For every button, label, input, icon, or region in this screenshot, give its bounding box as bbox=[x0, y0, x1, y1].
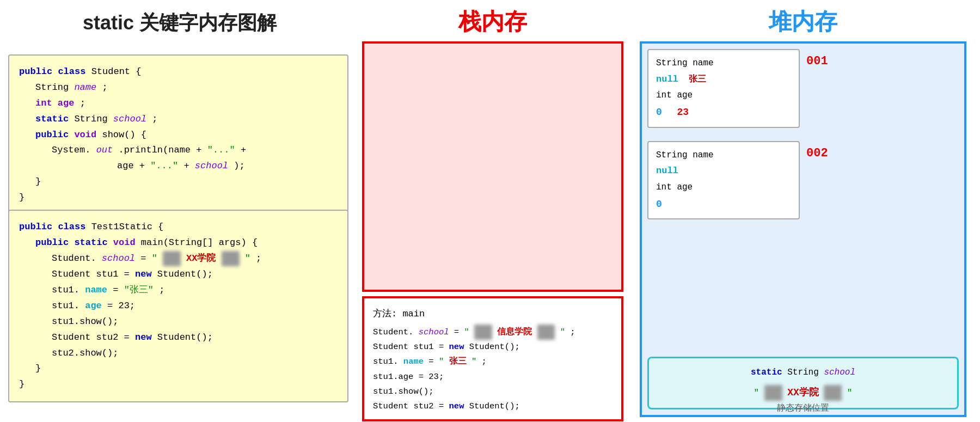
var-school-stack: school bbox=[419, 327, 449, 337]
heap-obj1-row: String name null 张三 int age 0 23 001 bbox=[647, 49, 959, 136]
val-zhangsan: 张三 bbox=[689, 75, 706, 84]
str-quote2: " bbox=[245, 253, 250, 264]
stack-line3: stu1. name = " 张三 " ; bbox=[373, 354, 612, 369]
method-label: 方法: main bbox=[373, 306, 612, 322]
stack-memory-section: 栈内存 方法: main Student. school = " XX 信息学院… bbox=[357, 0, 629, 422]
censored5: XX bbox=[764, 385, 782, 401]
static-storage-box: static String school " XX XX学院 XX " bbox=[647, 357, 959, 409]
static-location-label: 静态存储位置 bbox=[642, 402, 964, 414]
obj2-field2: int age bbox=[656, 180, 791, 195]
str-q3: " bbox=[754, 388, 759, 398]
xx-school1: XX学院 bbox=[186, 253, 216, 264]
page-title: static 关键字内存图解 bbox=[5, 10, 354, 36]
val-23: 23 bbox=[677, 107, 689, 118]
obj1-age-values: 0 23 bbox=[656, 103, 791, 121]
page-title-section: static 关键字内存图解 bbox=[5, 0, 354, 42]
code-line: public class Test1Static { bbox=[19, 219, 338, 235]
student-class-code: public class Student { String name ; int… bbox=[8, 54, 348, 216]
str-quote1: " bbox=[152, 253, 157, 264]
zhangsan-bold: 张三 bbox=[449, 357, 467, 366]
keyword-static3: static bbox=[751, 368, 782, 377]
heap-obj1: String name null 张三 int age 0 23 bbox=[647, 49, 800, 128]
code-line: System. out .println(name + "..." + bbox=[52, 143, 338, 158]
code-line: } bbox=[35, 361, 338, 377]
keyword-new2: new bbox=[135, 332, 152, 343]
xx-school-stack: 信息学院 bbox=[497, 327, 532, 337]
var-name3: name bbox=[403, 357, 424, 366]
var-name2: name bbox=[85, 285, 107, 295]
keyword-public: public class bbox=[19, 66, 85, 77]
code-line: int age ; bbox=[35, 96, 338, 112]
label-002: 002 bbox=[806, 146, 828, 160]
val-zero2: 0 bbox=[656, 199, 662, 210]
censored1: XX bbox=[163, 251, 181, 266]
str-q2: " bbox=[560, 327, 565, 337]
xx-school-heap: XX学院 bbox=[787, 387, 819, 398]
censored3: XX bbox=[474, 325, 492, 340]
var-school2: school bbox=[195, 161, 228, 171]
var-school-heap: school bbox=[824, 368, 855, 377]
static-field-line: static String school bbox=[658, 365, 948, 381]
keyword-int: int bbox=[35, 98, 52, 108]
code-line: } bbox=[19, 377, 338, 393]
stack-line5: stu1.show(); bbox=[373, 384, 612, 399]
obj1-label: 001 bbox=[806, 54, 828, 68]
keyword-new3: new bbox=[449, 342, 464, 352]
keyword-public3: public class bbox=[19, 222, 85, 232]
code-line: public class Student { bbox=[19, 64, 338, 80]
str-dots1: "..." bbox=[207, 145, 235, 155]
keyword-new4: new bbox=[449, 401, 464, 411]
code-line: String name ; bbox=[35, 80, 338, 96]
keyword-void: void bbox=[74, 130, 96, 140]
code-line: } bbox=[35, 174, 338, 190]
val-null1: null bbox=[656, 74, 678, 84]
code-line: public static void main(String[] args) { bbox=[35, 235, 338, 251]
var-name: name bbox=[74, 82, 96, 93]
keyword-public4: public bbox=[35, 237, 69, 248]
heap-obj2: String name null int age 0 bbox=[647, 141, 800, 220]
str-q4: " bbox=[847, 388, 853, 398]
stack-method-frame: 方法: main Student. school = " XX 信息学院 XX … bbox=[362, 296, 623, 421]
stack-line6: Student stu2 = new Student(); bbox=[373, 399, 612, 414]
static-value-line: " XX XX学院 XX " bbox=[658, 384, 948, 401]
code-line: stu2.show(); bbox=[52, 346, 338, 362]
obj2-age-values: 0 bbox=[656, 195, 791, 213]
keyword-new1: new bbox=[135, 269, 152, 279]
keyword-void2: void bbox=[113, 237, 136, 248]
obj2-field1: String name bbox=[656, 148, 791, 163]
str-zhangsan1: "张三" bbox=[124, 285, 154, 295]
obj2-label: 002 bbox=[806, 146, 828, 160]
stack-line4: stu1.age = 23; bbox=[373, 370, 612, 384]
keyword-static: static bbox=[35, 114, 69, 124]
val-zero1: 0 bbox=[656, 107, 662, 118]
var-out: out bbox=[96, 145, 113, 155]
censored2: XX bbox=[222, 251, 240, 266]
var-age-bold: age bbox=[58, 98, 75, 108]
censored4: XX bbox=[537, 325, 555, 340]
keyword-static2: static bbox=[74, 237, 107, 248]
str-zhangsan2: " bbox=[439, 357, 444, 366]
label-001: 001 bbox=[806, 54, 828, 68]
code-line: stu1.show(); bbox=[52, 314, 338, 330]
var-school: school bbox=[113, 114, 146, 124]
obj2-values: null bbox=[656, 163, 791, 180]
obj1-values: null 张三 bbox=[656, 71, 791, 88]
code-line: stu1. name = "张三" ; bbox=[52, 283, 338, 298]
code-line: Student stu2 = new Student(); bbox=[52, 330, 338, 346]
censored6: XX bbox=[824, 385, 842, 401]
obj1-field2: int age bbox=[656, 88, 791, 103]
code-line: public void show() { bbox=[35, 127, 338, 143]
heap-outer-box: String name null 张三 int age 0 23 001 Str… bbox=[640, 41, 966, 417]
heap-obj2-row: String name null int age 0 002 bbox=[647, 141, 959, 228]
heap-memory-section: 堆内存 String name null 张三 int age 0 23 001 bbox=[634, 0, 972, 422]
obj1-field1: String name bbox=[656, 56, 791, 71]
keyword-public2: public bbox=[35, 130, 69, 140]
code-line: Student. school = " XX XX学院 XX " ; bbox=[52, 251, 338, 267]
heap-title: 堆内存 bbox=[634, 0, 972, 41]
stack-line1: Student. school = " XX 信息学院 XX " ; bbox=[373, 325, 612, 340]
var-school3: school bbox=[102, 253, 135, 264]
stack-title: 栈内存 bbox=[357, 0, 629, 41]
val-null2: null bbox=[656, 166, 678, 176]
str-q1: " bbox=[464, 327, 469, 337]
code-line: stu1. age = 23; bbox=[52, 298, 338, 314]
